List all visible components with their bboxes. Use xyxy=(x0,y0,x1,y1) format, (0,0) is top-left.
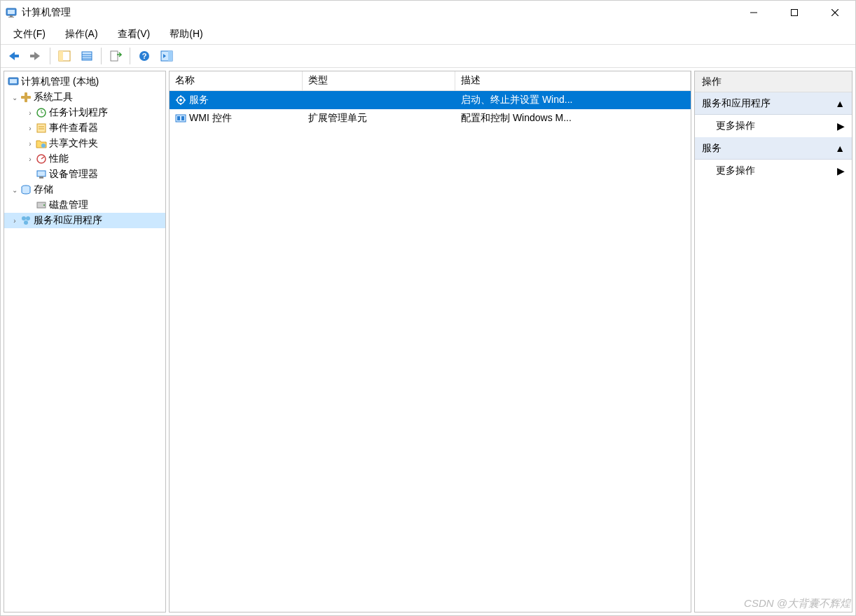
clock-icon xyxy=(35,107,48,118)
chevron-right-icon: ▶ xyxy=(837,120,845,132)
svg-rect-35 xyxy=(39,176,43,178)
expand-icon[interactable]: › xyxy=(10,217,20,225)
menu-help[interactable]: 帮助(H) xyxy=(164,27,208,42)
menu-file[interactable]: 文件(F) xyxy=(8,27,51,42)
maximize-button[interactable] xyxy=(774,1,815,24)
close-button[interactable] xyxy=(815,1,855,24)
list-cell: 扩展管理单元 xyxy=(303,112,455,125)
storage-icon xyxy=(20,184,32,195)
svg-rect-1 xyxy=(8,10,15,14)
properties-button[interactable] xyxy=(77,46,97,66)
help-button[interactable]: ? xyxy=(134,46,154,66)
svg-rect-28 xyxy=(37,124,46,132)
window-title: 计算机管理 xyxy=(22,6,71,19)
tree-storage[interactable]: ⌄ 存储 xyxy=(4,182,165,197)
titlebar: 计算机管理 xyxy=(1,1,855,24)
minimize-button[interactable] xyxy=(733,1,774,24)
expand-icon[interactable]: › xyxy=(25,109,35,117)
back-button[interactable] xyxy=(4,46,23,66)
collapse-up-icon: ▲ xyxy=(835,98,845,109)
action-more-1[interactable]: 更多操作 ▶ xyxy=(695,115,852,137)
svg-rect-2 xyxy=(10,15,13,17)
shared-folder-icon xyxy=(35,138,48,149)
list-row-wmi[interactable]: WMI 控件 扩展管理单元 配置和控制 Windows M... xyxy=(170,109,691,127)
toolbar-separator xyxy=(101,48,102,64)
svg-rect-24 xyxy=(21,96,31,99)
tree-label: 服务和应用程序 xyxy=(32,214,102,227)
collapse-up-icon: ▲ xyxy=(835,143,845,154)
tree-root[interactable]: 计算机管理 (本地) xyxy=(4,74,165,90)
svg-rect-9 xyxy=(30,55,36,57)
toolbar-separator xyxy=(130,48,130,64)
column-name[interactable]: 名称 xyxy=(170,71,303,90)
tree-disk-management[interactable]: 磁盘管理 xyxy=(4,197,165,213)
app-icon xyxy=(5,7,18,18)
gear-icon xyxy=(175,94,186,106)
computer-icon xyxy=(7,76,20,88)
svg-rect-3 xyxy=(8,17,14,18)
toolbar: ? xyxy=(1,44,855,68)
tree-task-scheduler[interactable]: › 任务计划程序 xyxy=(4,105,165,120)
tree-system-tools[interactable]: ⌄ 系统工具 xyxy=(4,90,165,105)
tree-services-apps[interactable]: › 服务和应用程序 xyxy=(4,213,165,228)
svg-line-33 xyxy=(41,157,44,159)
tree-label: 共享文件夹 xyxy=(48,137,98,150)
actions-pane-button[interactable] xyxy=(157,46,177,66)
svg-point-31 xyxy=(41,144,46,148)
menubar: 文件(F) 操作(A) 查看(V) 帮助(H) xyxy=(1,24,855,44)
tree-pane: 计算机管理 (本地) ⌄ 系统工具 › 任务计划程序 › 事件查看器 › 共享文… xyxy=(4,71,166,612)
tree-device-manager[interactable]: 设备管理器 xyxy=(4,167,165,182)
tree-label: 事件查看器 xyxy=(48,122,98,134)
svg-rect-8 xyxy=(13,55,19,57)
show-tree-button[interactable] xyxy=(55,46,74,66)
tree-label: 计算机管理 (本地) xyxy=(20,76,99,88)
column-description[interactable]: 描述 xyxy=(455,71,691,90)
svg-point-43 xyxy=(179,99,182,102)
tree-label: 任务计划程序 xyxy=(48,106,108,119)
action-label: 更多操作 xyxy=(716,164,755,177)
actions-pane: 操作 服务和应用程序 ▲ 更多操作 ▶ 服务 ▲ 更多操作 ▶ xyxy=(694,71,852,612)
tree-performance[interactable]: › 性能 xyxy=(4,151,165,167)
list-cell: 启动、终止并设置 Wind... xyxy=(455,94,691,106)
svg-rect-5 xyxy=(792,10,798,16)
menu-action[interactable]: 操作(A) xyxy=(60,27,104,42)
toolbar-separator xyxy=(50,48,50,64)
action-group-label: 服务和应用程序 xyxy=(702,97,771,110)
svg-point-38 xyxy=(43,204,45,206)
action-more-2[interactable]: 更多操作 ▶ xyxy=(695,160,852,182)
svg-text:?: ? xyxy=(142,52,147,60)
expand-icon[interactable]: › xyxy=(25,155,35,163)
tree-label: 性能 xyxy=(48,153,69,165)
wmi-icon xyxy=(175,113,186,124)
list-cell: 服务 xyxy=(189,94,209,106)
event-icon xyxy=(35,122,48,134)
forward-button[interactable] xyxy=(26,46,46,66)
action-group-services-apps[interactable]: 服务和应用程序 ▲ xyxy=(695,92,852,115)
performance-icon xyxy=(35,153,48,164)
services-icon xyxy=(20,215,32,226)
tools-icon xyxy=(20,92,32,103)
svg-rect-34 xyxy=(37,171,46,176)
list-cell: 配置和控制 Windows M... xyxy=(455,112,691,125)
collapse-icon[interactable]: ⌄ xyxy=(10,94,20,102)
chevron-right-icon: ▶ xyxy=(837,165,845,176)
export-button[interactable] xyxy=(106,46,125,66)
tree-event-viewer[interactable]: › 事件查看器 xyxy=(4,120,165,136)
svg-rect-20 xyxy=(168,51,172,61)
svg-rect-22 xyxy=(10,79,17,83)
list-row-services[interactable]: 服务 启动、终止并设置 Wind... xyxy=(170,91,691,109)
action-group-services[interactable]: 服务 ▲ xyxy=(695,137,852,160)
collapse-icon[interactable]: ⌄ xyxy=(10,186,20,194)
tree-label: 磁盘管理 xyxy=(48,199,88,211)
column-type[interactable]: 类型 xyxy=(303,71,455,90)
expand-icon[interactable]: › xyxy=(25,140,35,148)
svg-rect-50 xyxy=(181,116,184,120)
disk-icon xyxy=(35,200,48,211)
svg-point-40 xyxy=(26,216,30,220)
menu-view[interactable]: 查看(V) xyxy=(112,27,156,42)
list-body: 服务 启动、终止并设置 Wind... WMI 控件 扩展管理单元 配置和控制 … xyxy=(170,91,691,612)
svg-rect-11 xyxy=(59,51,63,61)
expand-icon[interactable]: › xyxy=(25,125,35,132)
tree-shared-folders[interactable]: › 共享文件夹 xyxy=(4,136,165,151)
tree-label: 设备管理器 xyxy=(48,168,98,181)
